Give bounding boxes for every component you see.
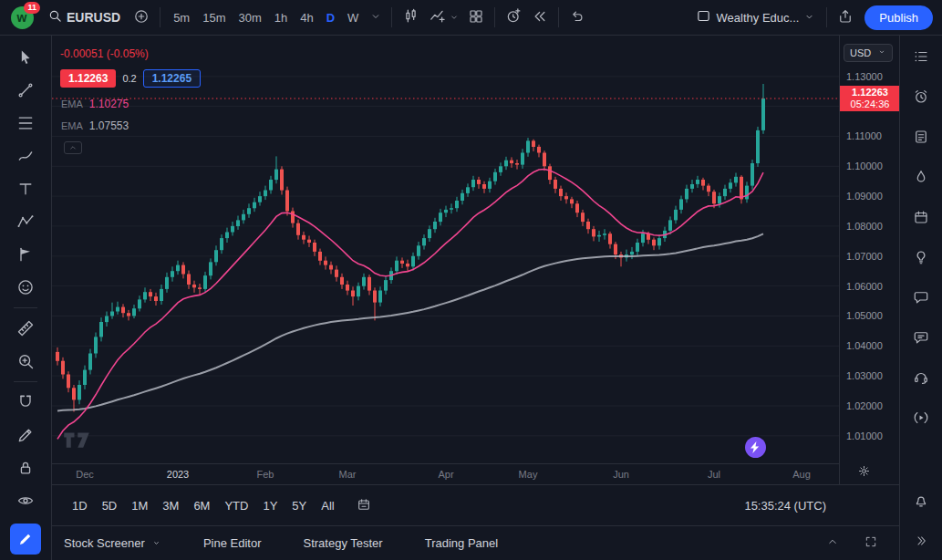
- notifications-button[interactable]: [907, 487, 935, 514]
- notifications-count-badge: 11: [24, 2, 40, 14]
- last-price-value: 1.12263: [840, 87, 900, 99]
- undo-button[interactable]: [565, 5, 589, 31]
- publish-button[interactable]: Publish: [864, 5, 933, 30]
- range-3M-button[interactable]: 3M: [155, 494, 186, 517]
- interval-menu-button[interactable]: [367, 7, 385, 28]
- chart-area[interactable]: -0.00051 (-0.05%) 1.12263 0.2 1.12265 EM…: [52, 36, 839, 463]
- xabcd-pattern-tool[interactable]: [10, 206, 41, 237]
- user-menu-button[interactable]: w 11: [5, 4, 38, 31]
- range-6M-button[interactable]: 6M: [186, 494, 217, 517]
- stock-screener-tab[interactable]: Stock Screener: [64, 531, 161, 555]
- interval-W-button[interactable]: W: [341, 7, 365, 28]
- collapse-sidebar-button[interactable]: [907, 527, 935, 555]
- bar-replay-button[interactable]: [528, 5, 552, 31]
- interval-1h-button[interactable]: 1h: [268, 7, 294, 28]
- layout-select-button[interactable]: Wealthy Educ...: [690, 5, 821, 30]
- hotlist-button[interactable]: [907, 163, 935, 191]
- range-All-button[interactable]: All: [314, 494, 341, 517]
- range-5Y-button[interactable]: 5Y: [285, 494, 314, 517]
- strategy-tester-tab[interactable]: Strategy Tester: [303, 531, 382, 555]
- range-1D-button[interactable]: 1D: [65, 494, 95, 517]
- gear-icon: [857, 464, 871, 478]
- lock-tool[interactable]: [10, 452, 41, 483]
- support-button[interactable]: [907, 364, 935, 391]
- date-axis-label: Mar: [339, 464, 357, 484]
- divider: [14, 307, 37, 308]
- sell-button[interactable]: 1.12263: [60, 69, 116, 88]
- indicators-button[interactable]: [425, 4, 462, 31]
- ema-slow-value: 1.07553: [89, 119, 129, 132]
- trading-panel-tab[interactable]: Trading Panel: [425, 531, 498, 555]
- last-price-tag: 1.12263 05:24:36: [840, 86, 900, 111]
- divider: [391, 7, 392, 27]
- watchlist-button[interactable]: [907, 43, 935, 70]
- alert-plus-icon: [505, 7, 523, 25]
- go-to-date-button[interactable]: [353, 493, 375, 518]
- date-axis[interactable]: Dec2023FebMarAprMayJunJulAug: [52, 463, 839, 485]
- trend-line-tool[interactable]: [10, 75, 41, 106]
- caret-icon: [151, 538, 161, 548]
- create-alert-button[interactable]: [502, 4, 526, 31]
- ideas-icon: [913, 248, 929, 266]
- ruler-tool[interactable]: [10, 313, 41, 344]
- interval-4h-button[interactable]: 4h: [294, 7, 319, 28]
- edit-tool[interactable]: [10, 420, 41, 451]
- replay-icon: [532, 8, 548, 25]
- chevron-down-icon: [450, 13, 459, 22]
- panel-fullscreen-button[interactable]: [861, 532, 881, 555]
- chart-type-button[interactable]: [399, 4, 423, 31]
- top-toolbar: w 11 EURUSD 5m15m30m1h4hDW Wealthy Educ.…: [0, 0, 942, 36]
- comments-button[interactable]: [907, 324, 935, 351]
- zoom-in-tool[interactable]: [10, 346, 41, 377]
- ema-slow-label: EMA: [61, 120, 83, 131]
- candlestick-chart[interactable]: [52, 36, 839, 463]
- pine-editor-tab[interactable]: Pine Editor: [203, 531, 262, 555]
- interval-5m-button[interactable]: 5m: [167, 7, 196, 28]
- price-axis-label: 1.04000: [846, 339, 883, 352]
- interval-15m-button[interactable]: 15m: [196, 7, 232, 28]
- notes-button[interactable]: [907, 123, 935, 150]
- price-axis-label: 1.01000: [846, 430, 883, 442]
- ema-fast-value: 1.10275: [89, 98, 129, 110]
- interval-buttons: 5m15m30m1h4hDW: [167, 7, 365, 28]
- drawing-panel-tool[interactable]: [10, 524, 41, 555]
- cursor-tool[interactable]: [10, 42, 41, 73]
- settings-gear-button[interactable]: [857, 464, 871, 481]
- range-5D-button[interactable]: 5D: [95, 494, 125, 517]
- add-symbol-button[interactable]: [129, 5, 153, 31]
- price-axis[interactable]: USD 1.12263 05:24:36 1.130001.120001.110…: [839, 36, 900, 484]
- panel-expand-button[interactable]: [823, 532, 843, 555]
- chats-button[interactable]: [907, 284, 935, 311]
- range-1Y-button[interactable]: 1Y: [255, 494, 285, 517]
- fib-retracement-tool[interactable]: [10, 108, 41, 139]
- tradingview-app: w 11 EURUSD 5m15m30m1h4hDW Wealthy Educ.…: [0, 0, 942, 560]
- streams-button[interactable]: [907, 404, 935, 431]
- buy-button[interactable]: 1.12265: [143, 69, 201, 88]
- range-1M-button[interactable]: 1M: [124, 494, 155, 517]
- fib-retracement-icon: [16, 114, 35, 132]
- goto-date-icon: [357, 497, 371, 512]
- streams-icon: [913, 409, 929, 427]
- clock-label[interactable]: 15:35:24 (UTC): [744, 499, 886, 513]
- magnet-tool[interactable]: [10, 387, 41, 418]
- legend-collapse-button[interactable]: [64, 141, 82, 154]
- alerts-button[interactable]: [907, 83, 935, 110]
- layout-grid-button[interactable]: [464, 5, 488, 31]
- currency-toggle[interactable]: USD: [844, 44, 893, 62]
- eye-tool[interactable]: [10, 485, 41, 516]
- emoji-tool[interactable]: [10, 272, 41, 303]
- brush-tool[interactable]: [10, 140, 41, 171]
- range-YTD-button[interactable]: YTD: [217, 494, 255, 517]
- forecast-tool[interactable]: [10, 239, 41, 270]
- ema-fast-legend: EMA1.10275: [61, 98, 129, 110]
- assistant-bubble-icon[interactable]: [745, 437, 766, 458]
- chevron-down-icon: [370, 11, 381, 22]
- text-tool[interactable]: [10, 173, 41, 204]
- spread-label: 0.2: [122, 73, 136, 84]
- interval-30m-button[interactable]: 30m: [232, 7, 267, 28]
- share-button[interactable]: [833, 5, 857, 31]
- calendar-button[interactable]: [907, 203, 935, 231]
- symbol-search-button[interactable]: EURUSD: [40, 5, 128, 30]
- interval-D-button[interactable]: D: [320, 7, 341, 28]
- ideas-button[interactable]: [907, 244, 935, 271]
